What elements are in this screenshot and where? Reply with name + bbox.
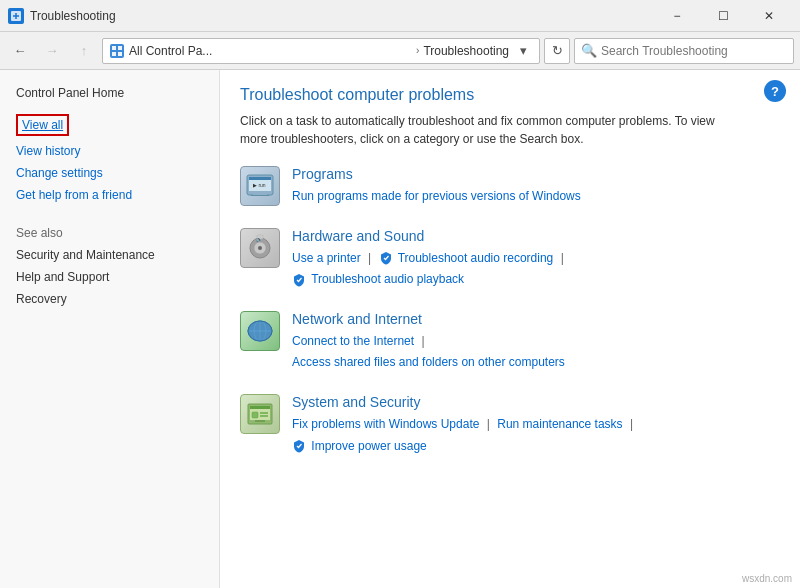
network-link-shared[interactable]: Access shared files and folders on other… <box>292 355 565 369</box>
titlebar-left: Troubleshooting <box>8 8 116 24</box>
sep2: | <box>561 251 564 265</box>
svg-rect-2 <box>112 46 116 50</box>
sep4: | <box>487 417 490 431</box>
hardware-icon: 🔊 <box>240 228 280 268</box>
sidebar-also-recovery[interactable]: Recovery <box>16 292 203 306</box>
up-button[interactable]: ↑ <box>70 37 98 65</box>
category-hardware: 🔊 Hardware and Sound Use a printer | Tro… <box>240 228 780 291</box>
network-icon-svg <box>245 316 275 346</box>
address-bar: All Control Pa... › Troubleshooting ▾ <box>102 38 540 64</box>
address-icon <box>109 43 125 59</box>
sidebar-home[interactable]: Control Panel Home <box>16 86 203 100</box>
shield-icon-audio-play <box>292 273 306 287</box>
network-info: Network and Internet Connect to the Inte… <box>292 311 780 374</box>
breadcrumb-arrow: › <box>416 45 419 56</box>
app-icon <box>8 8 24 24</box>
search-box: 🔍 <box>574 38 794 64</box>
network-title[interactable]: Network and Internet <box>292 311 780 327</box>
window-controls: − ☐ ✕ <box>654 0 792 32</box>
shield-icon-power <box>292 439 306 453</box>
system-info: System and Security Fix problems with Wi… <box>292 394 780 457</box>
close-button[interactable]: ✕ <box>746 0 792 32</box>
search-input[interactable] <box>601 44 787 58</box>
help-button[interactable]: ? <box>764 80 786 102</box>
sidebar-link-view-all[interactable]: View all <box>16 114 69 136</box>
address-dropdown-button[interactable]: ▾ <box>513 39 533 63</box>
hardware-link-printer[interactable]: Use a printer <box>292 251 361 265</box>
sidebar-link-change-settings[interactable]: Change settings <box>16 166 203 180</box>
hardware-link-audio-record[interactable]: Troubleshoot audio recording <box>398 251 554 265</box>
control-panel-icon <box>109 43 125 59</box>
shield-icon-audio-record <box>379 251 393 265</box>
address-current: Troubleshooting <box>423 44 509 58</box>
sep5: | <box>630 417 633 431</box>
page-title: Troubleshoot computer problems <box>240 86 780 104</box>
main-layout: Control Panel Home View all View history… <box>0 70 800 588</box>
navbar: ← → ↑ All Control Pa... › Troubleshootin… <box>0 32 800 70</box>
maximize-button[interactable]: ☐ <box>700 0 746 32</box>
svg-rect-28 <box>260 412 268 414</box>
category-network: Network and Internet Connect to the Inte… <box>240 311 780 374</box>
watermark: wsxdn.com <box>742 573 792 584</box>
category-system: System and Security Fix problems with Wi… <box>240 394 780 457</box>
system-icon-svg <box>245 399 275 429</box>
sidebar-link-get-help[interactable]: Get help from a friend <box>16 188 203 202</box>
content-area: ? Troubleshoot computer problems Click o… <box>220 70 800 588</box>
svg-rect-10 <box>251 195 269 196</box>
forward-button[interactable]: → <box>38 37 66 65</box>
programs-title[interactable]: Programs <box>292 166 780 182</box>
programs-links: Run programs made for previous versions … <box>292 186 780 208</box>
network-links: Connect to the Internet | Access shared … <box>292 331 780 374</box>
svg-text:🔊: 🔊 <box>256 236 263 243</box>
system-title[interactable]: System and Security <box>292 394 780 410</box>
category-programs: ▶ run Programs Run programs made for pre… <box>240 166 780 208</box>
svg-rect-29 <box>260 415 268 417</box>
hardware-links: Use a printer | Troubleshoot audio recor… <box>292 248 780 291</box>
system-link-power[interactable]: Improve power usage <box>311 439 426 453</box>
sidebar: Control Panel Home View all View history… <box>0 70 220 588</box>
sep3: | <box>421 334 424 348</box>
refresh-button[interactable]: ↻ <box>544 38 570 64</box>
titlebar: Troubleshooting − ☐ ✕ <box>0 0 800 32</box>
svg-rect-4 <box>112 52 116 56</box>
programs-icon: ▶ run <box>240 166 280 206</box>
programs-link-1[interactable]: Run programs made for previous versions … <box>292 189 581 203</box>
app-icon-svg <box>10 10 22 22</box>
sep1: | <box>368 251 371 265</box>
back-button[interactable]: ← <box>6 37 34 65</box>
svg-rect-5 <box>118 52 122 56</box>
svg-rect-25 <box>255 420 265 422</box>
svg-rect-27 <box>252 412 258 418</box>
sidebar-section-also: See also Security and Maintenance Help a… <box>0 226 219 306</box>
sidebar-also-security[interactable]: Security and Maintenance <box>16 248 203 262</box>
search-icon: 🔍 <box>581 43 597 58</box>
svg-point-14 <box>258 246 262 250</box>
programs-icon-svg: ▶ run <box>245 171 275 201</box>
svg-rect-26 <box>250 406 270 409</box>
programs-info: Programs Run programs made for previous … <box>292 166 780 208</box>
svg-rect-8 <box>249 177 271 180</box>
svg-text:▶ run: ▶ run <box>253 182 266 188</box>
window-title: Troubleshooting <box>30 9 116 23</box>
see-also-label: See also <box>16 226 203 240</box>
hardware-link-audio-play[interactable]: Troubleshoot audio playback <box>311 272 464 286</box>
sidebar-also-help[interactable]: Help and Support <box>16 270 203 284</box>
sidebar-section-main: Control Panel Home View all View history… <box>0 86 219 202</box>
system-icon <box>240 394 280 434</box>
address-prefix: All Control Pa... <box>129 44 412 58</box>
network-link-connect[interactable]: Connect to the Internet <box>292 334 414 348</box>
page-description: Click on a task to automatically trouble… <box>240 112 720 148</box>
system-link-windows-update[interactable]: Fix problems with Windows Update <box>292 417 479 431</box>
system-link-maintenance[interactable]: Run maintenance tasks <box>497 417 622 431</box>
sidebar-link-view-history[interactable]: View history <box>16 144 203 158</box>
hardware-info: Hardware and Sound Use a printer | Troub… <box>292 228 780 291</box>
svg-rect-9 <box>253 193 267 195</box>
network-icon <box>240 311 280 351</box>
minimize-button[interactable]: − <box>654 0 700 32</box>
svg-rect-3 <box>118 46 122 50</box>
system-links: Fix problems with Windows Update | Run m… <box>292 414 780 457</box>
hardware-title[interactable]: Hardware and Sound <box>292 228 780 244</box>
hardware-icon-svg: 🔊 <box>245 233 275 263</box>
